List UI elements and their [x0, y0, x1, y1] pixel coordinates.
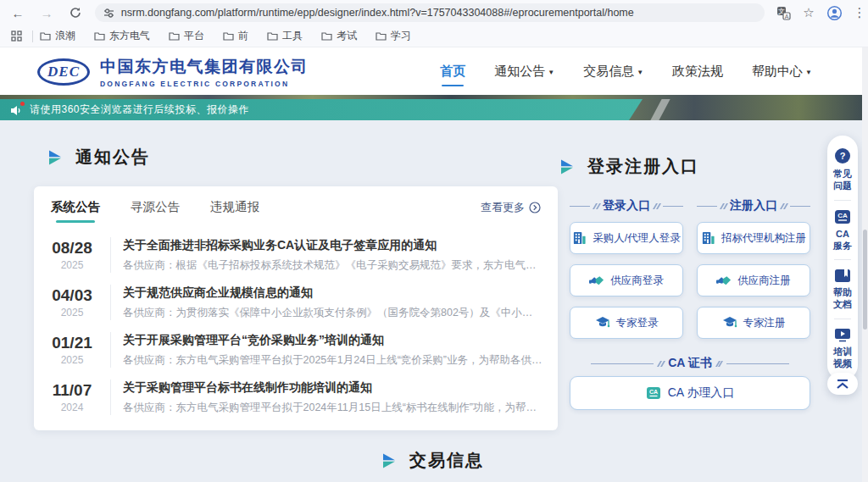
- divider: [32, 30, 33, 42]
- nav-notices[interactable]: 通知公告▼: [494, 47, 554, 95]
- dec-logo[interactable]: DEC: [37, 58, 90, 86]
- expert-register-button[interactable]: 专家注册: [697, 307, 810, 339]
- notice-row[interactable]: 08/28 2025 关于全面推进非招标采购业务CA认证及电子签章应用的通知 各…: [46, 231, 542, 279]
- notice-row[interactable]: 01/21 2025 关于开展采购管理平台“竞价采购业务”培训的通知 各供应商：…: [46, 326, 542, 374]
- notice-desc: 各供应商：根据《电子招标投标系统技术规范》《电子采购交易规范》要求，东方电气采购…: [123, 258, 542, 273]
- bookmark-folder[interactable]: 考试: [321, 29, 357, 43]
- nav-policies[interactable]: 政策法规: [672, 47, 723, 95]
- svg-text:?: ?: [840, 151, 846, 161]
- divider: [110, 285, 111, 320]
- buyer-agent-login-button[interactable]: 采购人/代理人登录: [570, 222, 683, 254]
- notice-title[interactable]: 关于全面推进非招标采购业务CA认证及电子签章应用的通知: [123, 238, 542, 253]
- notice-card: 系统公告 寻源公告 违规通报 查看更多 08/28 2025 关于全面推进非招标…: [34, 186, 558, 430]
- bookmark-folder[interactable]: 工具: [267, 29, 303, 43]
- notice-title[interactable]: 关于采购管理平台标书在线制作功能培训的通知: [123, 380, 542, 396]
- chevron-up-icon: [836, 379, 849, 390]
- nav-trade-info[interactable]: 交易信息▼: [583, 47, 643, 95]
- scrollbar-thumb[interactable]: [863, 230, 867, 330]
- view-more-link[interactable]: 查看更多: [481, 200, 541, 215]
- notice-desc: 各供应商：东方电气采购管理平台拟于2025年1月24日上线“竞价采购”业务，为帮…: [123, 353, 542, 368]
- bidding-agency-register-button[interactable]: 招标代理机构注册: [697, 222, 810, 254]
- handshake-icon: [589, 274, 604, 287]
- register-entry-header: 注册入口: [697, 198, 810, 213]
- notice-date: 11/07 2024: [46, 381, 98, 413]
- notice-title[interactable]: 关于规范供应商企业规模信息的通知: [123, 285, 542, 301]
- bookmark-folder[interactable]: 平台: [169, 29, 204, 43]
- faq-shortcut[interactable]: ? 常见问题: [833, 144, 852, 198]
- bookmark-folder[interactable]: 东方电气: [94, 29, 150, 43]
- section-title: 登录注册入口: [587, 155, 699, 178]
- svg-text:A: A: [784, 13, 788, 19]
- login-section-heading: 登录注册入口: [561, 155, 699, 178]
- divider: [110, 237, 111, 273]
- bookmark-folder[interactable]: 浪潮: [40, 29, 75, 43]
- tab-system-notices[interactable]: 系统公告: [51, 199, 100, 215]
- company-name-cn: 中国东方电气集团有限公司: [100, 56, 309, 78]
- help-docs-shortcut[interactable]: 帮助文档: [833, 265, 852, 317]
- training-videos-shortcut[interactable]: 培训视频: [833, 324, 852, 376]
- help-doc-icon: [834, 269, 851, 283]
- section-title: 通知公告: [75, 146, 150, 169]
- site-header: DEC 中国东方电气集团有限公司 DONGFANG ELECTRIC CORPO…: [0, 47, 868, 95]
- translate-icon[interactable]: 文A: [775, 4, 792, 21]
- handshake-icon: [716, 274, 732, 287]
- url-bar[interactable]: nsrm.dongfang.com/platform/runtime/epp/d…: [95, 3, 765, 22]
- apps-grid-icon[interactable]: [5, 25, 27, 47]
- svg-text:CA: CA: [649, 389, 658, 395]
- browser-notice-bar: 请使用360安全浏览器进行后续投标、报价操作: [0, 99, 643, 120]
- bookmark-folder[interactable]: 前: [223, 29, 248, 43]
- notice-desc: 各供应商：东方电气采购管理平台拟于2024年11月15日上线“标书在线制作”功能…: [123, 401, 542, 415]
- ca-apply-button[interactable]: CA CA 办理入口: [570, 376, 810, 410]
- back-icon[interactable]: ←: [7, 2, 29, 24]
- menu-kebab-icon[interactable]: ⋮: [851, 4, 868, 21]
- building-icon: [701, 231, 715, 246]
- ca-cert-header: CA 证书: [570, 356, 810, 371]
- divider: [834, 319, 851, 319]
- back-to-top-button[interactable]: [827, 373, 858, 395]
- bookmarks-bar: 浪潮 东方电气 平台 前 工具 考试 学习: [0, 25, 868, 47]
- url-text[interactable]: nsrm.dongfang.com/platform/runtime/epp/d…: [121, 7, 634, 19]
- notice-title[interactable]: 关于开展采购管理平台“竞价采购业务”培训的通知: [123, 333, 542, 348]
- training-video-icon: [834, 328, 851, 342]
- svg-text:CA: CA: [837, 211, 848, 219]
- trade-section-heading: 交易信息: [383, 449, 484, 472]
- question-circle-icon: ?: [834, 147, 851, 164]
- alert-dot: [20, 102, 25, 106]
- supplier-register-button[interactable]: 供应商注册: [697, 264, 810, 296]
- company-name: 中国东方电气集团有限公司 DONGFANG ELECTRIC CORPORATI…: [100, 56, 309, 88]
- scrollbar-track[interactable]: [862, 47, 868, 482]
- profile-icon[interactable]: [826, 4, 843, 21]
- chevron-down-icon: ▼: [805, 69, 812, 76]
- divider: [834, 259, 851, 260]
- tab-sourcing-notices[interactable]: 寻源公告: [131, 199, 180, 215]
- notice-row[interactable]: 11/07 2024 关于采购管理平台标书在线制作功能培训的通知 各供应商：东方…: [46, 374, 542, 421]
- building-icon: [572, 231, 587, 246]
- nav-home[interactable]: 首页: [440, 47, 465, 95]
- main-nav: 首页 通知公告▼ 交易信息▼ 政策法规 帮助中心▼: [440, 47, 812, 95]
- graduation-cap-icon: [722, 316, 737, 330]
- section-title: 交易信息: [409, 449, 484, 472]
- decorative-slash: [650, 99, 670, 120]
- circle-chevron-right-icon: [529, 202, 541, 213]
- notice-row[interactable]: 04/03 2025 关于规范供应商企业规模信息的通知 各供应商：为贯彻落实《保…: [46, 279, 542, 326]
- notice-date: 08/28 2025: [46, 239, 98, 271]
- browser-notice-text: 请使用360安全浏览器进行后续投标、报价操作: [30, 102, 249, 117]
- company-name-en: DONGFANG ELECTRIC CORPORATION: [100, 80, 309, 88]
- notice-tabs: 系统公告 寻源公告 违规通报 查看更多: [34, 186, 558, 223]
- ca-service-shortcut[interactable]: CA CA服务: [833, 206, 852, 258]
- expert-login-button[interactable]: 专家登录: [570, 307, 683, 339]
- site-settings-icon[interactable]: [103, 8, 114, 19]
- notice-desc: 各供应商：为贯彻落实《保障中小企业款项支付条例》（国务院令第802号）及《中小企…: [123, 306, 542, 320]
- bookmark-folder[interactable]: 学习: [376, 29, 411, 43]
- chevron-down-icon: ▼: [637, 69, 643, 76]
- forward-icon[interactable]: →: [36, 2, 58, 24]
- login-entry-header: 登录入口: [570, 198, 683, 213]
- graduation-cap-icon: [595, 316, 610, 330]
- bookmark-star-icon[interactable]: ☆: [800, 4, 817, 21]
- tab-violation-reports[interactable]: 违规通报: [210, 199, 259, 215]
- nav-help-center[interactable]: 帮助中心▼: [752, 47, 812, 95]
- supplier-login-button[interactable]: 供应商登录: [570, 264, 683, 296]
- divider: [834, 200, 851, 201]
- banner-photo: 请使用360安全浏览器进行后续投标、报价操作: [0, 95, 868, 120]
- reload-icon[interactable]: [64, 2, 86, 24]
